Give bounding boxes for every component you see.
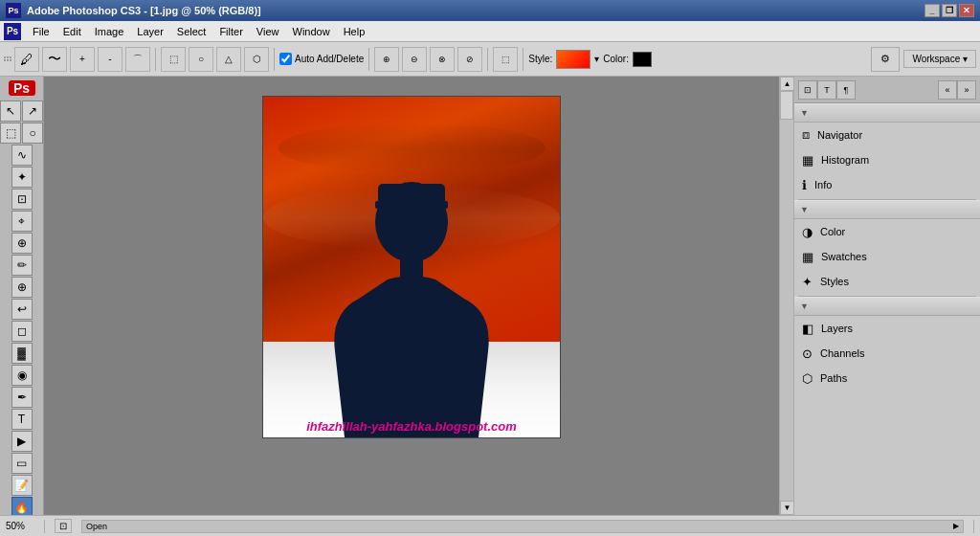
shape-row-btn2[interactable]: ○	[189, 47, 213, 72]
shape-tool-side[interactable]: ▭	[11, 453, 33, 474]
person-silhouette	[325, 160, 498, 437]
tool-row-8: ✏	[11, 255, 33, 276]
notes-tool[interactable]: 📝	[11, 475, 33, 496]
menu-image[interactable]: Image	[89, 24, 130, 39]
shape-opt-btn1[interactable]: ⊕	[374, 47, 399, 72]
panel-icon-3[interactable]: ¶	[836, 80, 856, 100]
pen-tool-button[interactable]: 🖊	[14, 47, 39, 72]
shape-opt-btn2[interactable]: ⊖	[402, 47, 427, 72]
swatches-icon: ▦	[802, 250, 813, 264]
brush-tool[interactable]: ✏	[11, 255, 33, 276]
panel-item-histogram[interactable]: ▦ Histogram	[794, 147, 980, 172]
panel-item-channels[interactable]: ⊙ Channels	[794, 341, 980, 366]
histogram-icon: ▦	[802, 153, 813, 168]
marquee2-tool[interactable]: ○	[22, 123, 43, 144]
minimize-button[interactable]: _	[924, 4, 940, 17]
add-anchor-button[interactable]: +	[70, 47, 95, 72]
right-panel: ⊡ T ¶ « » ▼ ⧈ Navigator ▦ Histogram ℹ In…	[793, 77, 980, 515]
ps-logo-titlebar: Ps	[6, 3, 21, 18]
marquee-tool[interactable]: ⬚	[0, 123, 21, 144]
menu-help[interactable]: Help	[338, 24, 371, 39]
type-tool[interactable]: T	[11, 409, 33, 430]
magic-wand-tool[interactable]: ✦	[11, 167, 33, 188]
convert-point-button[interactable]: ⌒	[125, 47, 150, 72]
eraser-tool[interactable]: ◻	[11, 321, 33, 342]
shape-opt-btn3[interactable]: ⊗	[430, 47, 455, 72]
lasso-tool[interactable]: ∿	[11, 145, 33, 166]
history-brush-tool[interactable]: ↩	[11, 299, 33, 320]
artboard-tool[interactable]: ↗	[22, 100, 43, 122]
menu-window[interactable]: Window	[287, 24, 336, 39]
shape-row-btn3[interactable]: △	[216, 47, 241, 72]
style-preview[interactable]	[556, 50, 590, 69]
auto-add-delete-label: Auto Add/Delete	[295, 54, 364, 64]
navigator-label: Navigator	[817, 129, 862, 141]
panel-item-color[interactable]: ◑ Color	[794, 219, 980, 244]
pen-tool-side[interactable]: ✒	[11, 387, 33, 408]
tool-row-4: ✦	[11, 167, 33, 188]
workspace-area: ⚙ Workspace ▾	[871, 47, 976, 72]
right-panel-icons: ⊡ T ¶ « »	[794, 77, 980, 103]
clone-tool[interactable]: ⊕	[11, 277, 33, 298]
color-preview[interactable]	[633, 52, 652, 67]
panel-group-1-header[interactable]: ▼	[794, 103, 980, 123]
menu-layer[interactable]: Layer	[131, 24, 169, 39]
info-label: Info	[814, 179, 832, 190]
shape-row-btn1[interactable]: ⬚	[161, 47, 186, 72]
status-icon-button[interactable]: ⊡	[55, 519, 72, 533]
menu-filter[interactable]: Filter	[213, 24, 248, 39]
panel-group-2-header[interactable]: ▼	[794, 200, 980, 219]
statusbar: 50% ⊡ Open ▶	[0, 515, 980, 536]
eyedropper-tool[interactable]: ⌖	[11, 211, 33, 232]
titlebar: Ps Adobe Photoshop CS3 - [1.jpg @ 50% (R…	[0, 0, 980, 21]
panel-item-layers[interactable]: ◧ Layers	[794, 316, 980, 341]
panel-item-info[interactable]: ℹ Info	[794, 172, 980, 197]
menu-edit[interactable]: Edit	[57, 24, 87, 39]
title-text: Adobe Photoshop CS3 - [1.jpg @ 50% (RGB/…	[27, 5, 261, 16]
menu-file[interactable]: File	[27, 24, 56, 39]
menu-select[interactable]: Select	[171, 24, 212, 39]
close-button[interactable]: ✕	[959, 4, 974, 17]
scroll-down-button[interactable]: ▼	[780, 501, 794, 515]
panel-item-swatches[interactable]: ▦ Swatches	[794, 244, 980, 269]
del-anchor-button[interactable]: -	[98, 47, 122, 72]
panel-item-paths[interactable]: ⬡ Paths	[794, 366, 980, 391]
move-tool[interactable]: ↖	[0, 100, 21, 122]
tool-row-10: ↩	[11, 299, 33, 320]
freeform-pen-button[interactable]: 〜	[42, 47, 67, 72]
gradient-tool[interactable]: ▓	[11, 343, 33, 364]
dodge-tool[interactable]: ◉	[11, 365, 33, 386]
path-geom-btn[interactable]: ⬚	[493, 47, 518, 72]
style-dropdown-arrow[interactable]: ▾	[594, 54, 599, 64]
shape-opt-btn4[interactable]: ⊘	[457, 47, 482, 72]
workspace-button[interactable]: Workspace ▾	[903, 50, 976, 68]
scroll-track[interactable]	[780, 91, 793, 501]
burn-tool[interactable]: 🔥	[11, 497, 33, 515]
panel-icon-collapse[interactable]: «	[938, 80, 957, 100]
panel-icon-1[interactable]: ⊡	[798, 80, 817, 100]
scroll-thumb[interactable]	[780, 91, 793, 120]
restore-button[interactable]: ❐	[942, 4, 957, 17]
menu-view[interactable]: View	[251, 24, 285, 39]
panel-icon-2[interactable]: T	[817, 80, 836, 100]
navigator-icon: ⧈	[802, 127, 810, 143]
shape-row-btn4[interactable]: ⬡	[244, 47, 269, 72]
crop-tool[interactable]: ⊡	[11, 189, 33, 210]
panel-item-navigator[interactable]: ⧈ Navigator	[794, 123, 980, 147]
layers-label: Layers	[821, 323, 853, 334]
scroll-up-button[interactable]: ▲	[780, 77, 794, 91]
canvas-area[interactable]: ihfazhillah-yahfazhka.blogspot.com	[44, 77, 779, 515]
panel-icon-expand[interactable]: »	[957, 80, 976, 100]
ps-logo-menu: Ps	[4, 23, 21, 40]
panel-group-3-header[interactable]: ▼	[794, 297, 980, 316]
path-select-tool[interactable]: ▶	[11, 431, 33, 452]
menubar: Ps File Edit Image Layer Select Filter V…	[0, 21, 980, 42]
canvas-container: ihfazhillah-yahfazhka.blogspot.com	[262, 96, 561, 438]
panel-group-1: ▼ ⧈ Navigator ▦ Histogram ℹ Info	[794, 103, 980, 197]
workspace-icon-button[interactable]: ⚙	[871, 47, 900, 72]
healing-tool[interactable]: ⊕	[11, 233, 33, 254]
auto-add-delete-checkbox[interactable]	[279, 53, 292, 65]
main-area: Ps ↖ ↗ ⬚ ○ ∿ ✦ ⊡ ⌖ ⊕ ✏ ⊕ ↩	[0, 77, 980, 515]
status-progress-arrow[interactable]: ▶	[953, 522, 959, 530]
panel-item-styles[interactable]: ✦ Styles	[794, 269, 980, 294]
